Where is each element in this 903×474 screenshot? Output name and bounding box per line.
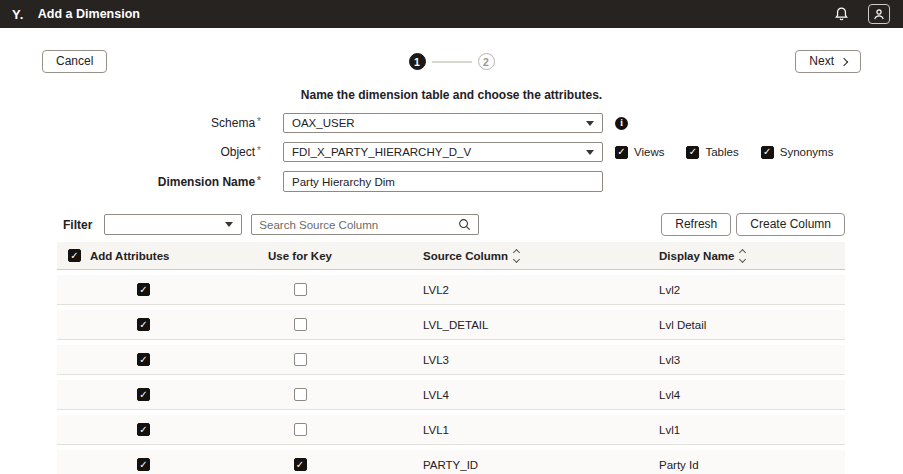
filter-select[interactable] [104, 214, 242, 235]
next-button[interactable]: Next [795, 50, 861, 73]
use-for-key-header: Use for Key [230, 250, 370, 262]
schema-select[interactable]: OAX_USER [283, 113, 603, 133]
brand-logo-icon: Y. [12, 7, 24, 22]
search-box [251, 214, 479, 235]
add-attributes-header: Add Attributes [90, 250, 169, 262]
chevron-down-icon [225, 222, 233, 227]
object-type-label: Tables [705, 146, 738, 158]
object-type-checkbox[interactable] [686, 146, 699, 159]
add-dimension-page: Y. Add a Dimension Cancel 1 2 N [0, 0, 903, 474]
dimension-name-row: Dimension Name* [0, 171, 903, 192]
object-label: Object* [0, 145, 265, 159]
step-2-indicator: 2 [478, 53, 495, 70]
next-chevron-icon [840, 57, 848, 65]
source-column-header: Source Column [423, 250, 508, 262]
display-name-cell: Lvl3 [620, 354, 845, 366]
object-type-option[interactable]: Tables [686, 146, 738, 159]
schema-select-value: OAX_USER [292, 117, 355, 129]
source-column-cell: LVL_DETAIL [370, 319, 620, 331]
attributes-table-body: LVL2 Lvl2 LVL_DETAIL Lvl Detail LVL3 Lvl… [57, 275, 845, 474]
display-name-cell: Lvl4 [620, 389, 845, 401]
table-row: LVL3 Lvl3 [57, 345, 845, 375]
cancel-button[interactable]: Cancel [42, 50, 107, 73]
object-row: Object* FDI_X_PARTY_HIERARCHY_D_V Views … [0, 142, 903, 162]
schema-row: Schema* OAX_USER i [0, 113, 903, 133]
step-1-indicator: 1 [409, 53, 426, 70]
top-bar: Y. Add a Dimension [0, 0, 903, 28]
chevron-down-icon [586, 150, 594, 155]
wizard-stepper: 1 2 [409, 53, 495, 70]
user-avatar-button[interactable] [867, 3, 891, 25]
display-name-cell: Lvl2 [620, 284, 845, 296]
add-attribute-checkbox[interactable] [137, 423, 150, 436]
object-type-checkbox[interactable] [761, 146, 774, 159]
source-column-cell: PARTY_ID [370, 459, 620, 471]
schema-label: Schema* [0, 116, 265, 130]
object-type-options: Views Tables Synonyms [615, 146, 833, 159]
table-row: LVL4 Lvl4 [57, 380, 845, 410]
add-attribute-checkbox[interactable] [137, 388, 150, 401]
search-icon [458, 218, 471, 231]
sort-icon[interactable] [740, 250, 745, 262]
object-type-option[interactable]: Synonyms [761, 146, 834, 159]
table-row: LVL1 Lvl1 [57, 415, 845, 445]
table-row: LVL_DETAIL Lvl Detail [57, 310, 845, 340]
use-for-key-checkbox[interactable] [294, 353, 307, 366]
dimension-form: Schema* OAX_USER i Object* FDI_X_PARTY_H… [0, 113, 903, 192]
create-column-button[interactable]: Create Column [736, 213, 845, 236]
source-column-cell: LVL2 [370, 284, 620, 296]
source-column-cell: LVL4 [370, 389, 620, 401]
attributes-section: Filter Refresh Create Column Add Attribu… [57, 213, 845, 474]
table-row: LVL2 Lvl2 [57, 275, 845, 305]
filter-label: Filter [63, 218, 92, 232]
object-type-label: Views [634, 146, 664, 158]
required-mark: * [257, 116, 261, 127]
source-column-cell: LVL3 [370, 354, 620, 366]
add-attribute-checkbox[interactable] [137, 353, 150, 366]
search-input[interactable] [259, 219, 458, 231]
source-column-cell: LVL1 [370, 424, 620, 436]
next-button-label: Next [809, 54, 834, 69]
chevron-down-icon [586, 121, 594, 126]
object-select[interactable]: FDI_X_PARTY_HIERARCHY_D_V [283, 142, 603, 162]
display-name-cell: Lvl Detail [620, 319, 845, 331]
object-type-label: Synonyms [780, 146, 834, 158]
table-header-row: Add Attributes Use for Key Source Column… [57, 242, 845, 270]
use-for-key-checkbox[interactable] [294, 283, 307, 296]
display-name-cell: Lvl1 [620, 424, 845, 436]
required-mark: * [257, 175, 261, 186]
required-mark: * [257, 145, 261, 156]
use-for-key-checkbox[interactable] [294, 423, 307, 436]
user-avatar-icon [868, 4, 890, 24]
object-type-option[interactable]: Views [615, 146, 664, 159]
add-attribute-checkbox[interactable] [137, 283, 150, 296]
select-all-checkbox[interactable] [68, 249, 81, 262]
stepper-connector [432, 61, 472, 63]
add-attribute-checkbox[interactable] [137, 458, 150, 471]
refresh-button[interactable]: Refresh [661, 213, 731, 236]
wizard-controls: Cancel 1 2 Next [42, 50, 861, 73]
use-for-key-checkbox[interactable] [294, 388, 307, 401]
add-attribute-checkbox[interactable] [137, 318, 150, 331]
use-for-key-checkbox[interactable] [294, 318, 307, 331]
sort-icon[interactable] [514, 250, 519, 262]
filter-toolbar: Filter Refresh Create Column [57, 213, 845, 236]
object-type-checkbox[interactable] [615, 146, 628, 159]
wizard-instruction: Name the dimension table and choose the … [0, 88, 903, 102]
dimension-name-input[interactable] [283, 171, 603, 192]
display-name-header: Display Name [659, 250, 734, 262]
dimension-name-label: Dimension Name* [0, 175, 265, 189]
use-for-key-checkbox[interactable] [294, 458, 307, 471]
page-title: Add a Dimension [38, 7, 140, 21]
display-name-cell: Party Id [620, 459, 845, 471]
object-select-value: FDI_X_PARTY_HIERARCHY_D_V [292, 146, 471, 158]
info-icon[interactable]: i [615, 117, 628, 130]
notifications-bell-icon[interactable] [829, 3, 853, 25]
table-row: PARTY_ID Party Id [57, 450, 845, 474]
